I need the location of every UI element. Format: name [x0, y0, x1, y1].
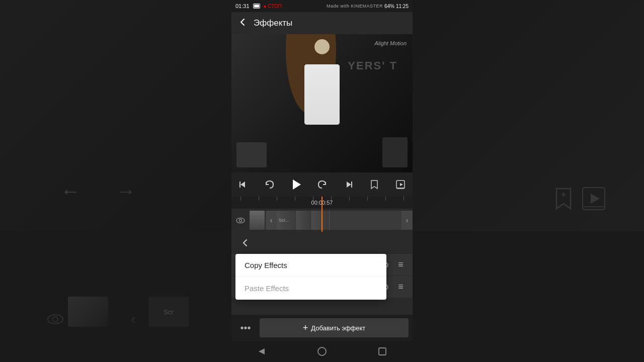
left-chevron-icon: ‹: [123, 307, 143, 332]
effect-menu-icon-2[interactable]: ≡: [394, 280, 407, 294]
track-eye-icon[interactable]: [231, 209, 250, 232]
status-right: Made with KINEMASTER 64% 11:25: [327, 4, 409, 9]
copy-effects-button[interactable]: Copy Effects: [235, 254, 386, 277]
person-body: [304, 64, 340, 125]
header-back-button[interactable]: [237, 17, 248, 30]
battery-level: 64%: [384, 4, 394, 9]
svg-marker-7: [293, 179, 301, 190]
track-thumbnail: [250, 211, 265, 230]
rewind-button[interactable]: [235, 175, 252, 194]
status-left: 01:31 ● СТОП: [235, 3, 282, 9]
video-preview: Alight Motion YERS' T: [231, 34, 413, 172]
svg-point-1: [53, 317, 58, 322]
bg-equipment-right: [382, 137, 408, 167]
kinemaster-badge: Made with KINEMASTER: [327, 4, 383, 9]
bg-equipment-left: [236, 142, 267, 167]
effects-panel: Плитка ≡ Колебание: [231, 232, 413, 315]
nav-recents-button[interactable]: [370, 341, 394, 362]
add-effect-button[interactable]: + Добавить эффект: [260, 318, 409, 337]
effects-back-button[interactable]: [237, 235, 254, 251]
nav-bar: [231, 341, 413, 362]
svg-marker-10: [400, 183, 403, 186]
track-next-button[interactable]: ›: [401, 211, 413, 230]
svg-marker-20: [259, 348, 265, 354]
effect-menu-icon-1[interactable]: ≡: [394, 258, 407, 272]
svg-point-13: [239, 219, 242, 222]
svg-rect-22: [379, 348, 386, 355]
track-prev-button[interactable]: ‹: [266, 211, 277, 230]
app-header: Эффекты: [231, 12, 413, 34]
left-arrow-icon: ←: [55, 178, 86, 204]
redo-button[interactable]: [314, 175, 330, 194]
video-watermark: Alight Motion: [374, 40, 407, 46]
bookmark-button[interactable]: [366, 175, 382, 194]
export-button[interactable]: [392, 175, 409, 194]
more-options-button[interactable]: •••: [235, 318, 256, 338]
record-indicator: ● СТОП: [264, 4, 282, 9]
timeline-area: 00:00:57 ‹ Scr...: [231, 197, 413, 232]
add-effect-plus-icon: +: [303, 323, 308, 333]
left-thumbnail-1: [68, 297, 108, 327]
bottom-bar: ••• + Добавить эффект: [231, 315, 413, 341]
play-button[interactable]: [288, 175, 304, 194]
header-title: Эффекты: [254, 18, 292, 28]
phone-screen: 01:31 ● СТОП Made with KINEMASTER 64% 11…: [231, 0, 413, 362]
svg-marker-5: [591, 194, 600, 204]
skip-end-button[interactable]: [340, 175, 356, 194]
paste-effects-button[interactable]: Paste Effects: [235, 277, 386, 300]
svg-point-12: [236, 218, 245, 223]
left-forward-icon: →: [111, 178, 141, 204]
time-display: 01:31: [235, 3, 250, 9]
undo-button[interactable]: [262, 175, 278, 194]
playback-controls: [231, 172, 413, 197]
person-head: [314, 39, 330, 54]
left-background-panel: ← → ‹ Scr: [0, 0, 231, 362]
video-bg-letters: YERS' T: [348, 59, 397, 72]
add-effect-label: Добавить эффект: [311, 324, 365, 332]
left-eye-icon: [40, 307, 70, 332]
status-bar: 01:31 ● СТОП Made with KINEMASTER 64% 11…: [231, 0, 413, 12]
nav-home-button[interactable]: [310, 341, 334, 362]
svg-point-21: [318, 347, 326, 355]
track-clips: Scr...: [277, 211, 401, 230]
nav-back-button[interactable]: [250, 341, 274, 362]
left-thumbnail-2: Scr: [148, 297, 189, 327]
svg-point-0: [48, 315, 63, 324]
playhead: [321, 197, 323, 232]
clock: 11:25: [396, 4, 409, 9]
right-background-panel: [413, 0, 644, 362]
right-play-icon-bg: [574, 178, 614, 219]
context-menu: Copy Effects Paste Effects: [235, 254, 386, 300]
video-background: Alight Motion YERS' T: [231, 34, 413, 172]
effects-spacer: [231, 298, 413, 315]
effects-header-row: [231, 232, 413, 254]
